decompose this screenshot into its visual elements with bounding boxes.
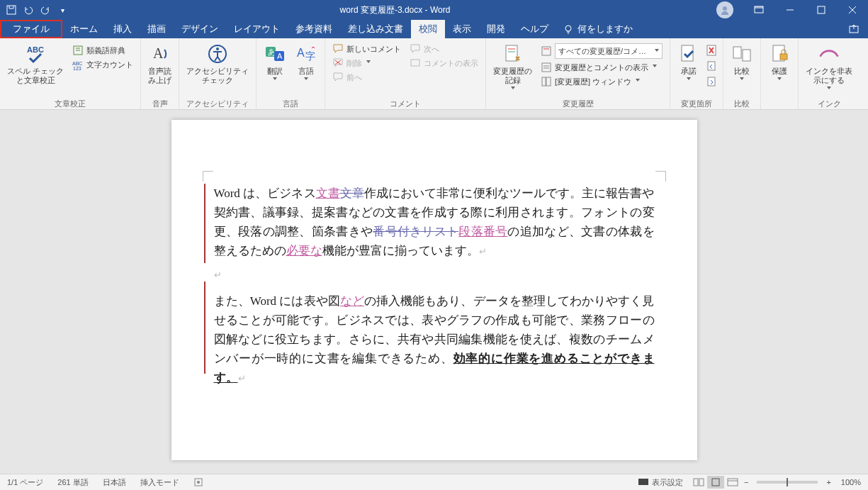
wordcount-label: 文字カウント xyxy=(86,60,133,70)
tracked-delete[interactable]: 番号付きリスト xyxy=(373,225,458,238)
group-changes: 変更箇所 xyxy=(675,98,718,109)
tab-layout[interactable]: レイアウト xyxy=(226,20,288,38)
tracked-insert[interactable]: 段落番号 xyxy=(458,225,507,238)
protect-label: 保護 xyxy=(772,67,787,76)
paragraph[interactable]: Word は、ビジネス文書文章作成において非常に便利なツールです。主に報告書や契… xyxy=(214,184,655,261)
status-display-settings[interactable]: 表示設定 xyxy=(631,477,690,488)
status-wordcount[interactable]: 261 単語 xyxy=(50,477,95,488)
ribbon-display-icon[interactable] xyxy=(743,0,774,20)
next-change-icon[interactable] xyxy=(706,75,718,88)
tab-mailings[interactable]: 差し込み文書 xyxy=(340,20,411,38)
tracked-insert[interactable]: 必要な xyxy=(286,244,322,257)
zoom-level[interactable]: 100% xyxy=(834,478,868,486)
tab-developer[interactable]: 開発 xyxy=(479,20,513,38)
crop-mark-icon xyxy=(655,171,666,182)
tab-design[interactable]: デザイン xyxy=(174,20,226,38)
dropdown-icon xyxy=(687,77,692,83)
status-macro-icon[interactable] xyxy=(186,477,210,487)
svg-point-51 xyxy=(197,481,200,484)
tracked-insert[interactable]: 文書 xyxy=(316,186,340,200)
language-button[interactable]: A字 言語 xyxy=(292,41,320,84)
comment-delete-icon xyxy=(332,57,344,69)
undo-icon[interactable] xyxy=(23,4,34,16)
tab-file[interactable]: ファイル xyxy=(0,20,62,38)
close-button[interactable] xyxy=(837,0,868,20)
tab-draw[interactable]: 描画 xyxy=(140,20,174,38)
group-accessibility: アクセシビリティ xyxy=(184,98,252,109)
delete-comment-button[interactable]: 削除 xyxy=(329,57,404,69)
group-language: 言語 xyxy=(261,98,320,109)
show-comments-label: コメントの表示 xyxy=(424,58,478,69)
display-combo-value[interactable]: すべての変更履歴/コメ… xyxy=(555,43,663,59)
svg-text:字: 字 xyxy=(305,50,315,62)
spellcheck-button[interactable]: ABC スペル チェック と文章校正 xyxy=(4,41,67,87)
translate-button[interactable]: あA 翻訳 xyxy=(261,41,289,84)
zoom-slider[interactable] xyxy=(757,481,818,484)
dropdown-icon xyxy=(777,77,783,83)
track-changes-button[interactable]: 変更履歴の 記録 xyxy=(490,41,535,94)
paragraph[interactable]: また、Word には表や図などの挿入機能もあり、データを整理してわかりやすく見せ… xyxy=(214,291,655,388)
display-for-review-combo[interactable]: すべての変更履歴/コメ… xyxy=(538,43,665,60)
reject-icon[interactable] xyxy=(706,44,718,57)
tracked-delete[interactable]: 文章 xyxy=(340,186,364,200)
svg-rect-53 xyxy=(694,479,698,486)
group-comments: コメント xyxy=(329,98,481,109)
readaloud-button[interactable]: A 音声読 み上げ xyxy=(145,41,174,87)
zoom-in-button[interactable]: + xyxy=(823,478,833,486)
show-markup-button[interactable]: 変更履歴とコメントの表示 xyxy=(538,61,665,74)
show-comments-button[interactable]: コメントの表示 xyxy=(407,57,481,69)
new-comment-button[interactable]: 新しいコメント xyxy=(329,43,404,55)
thesaurus-button[interactable]: 類義語辞典 xyxy=(69,44,136,57)
tell-me-search[interactable]: 何をしますか xyxy=(563,20,633,38)
tab-home[interactable]: ホーム xyxy=(62,20,106,38)
svg-rect-52 xyxy=(638,479,648,485)
tab-review[interactable]: 校閲 xyxy=(411,20,445,38)
svg-rect-35 xyxy=(542,63,551,72)
share-button[interactable] xyxy=(840,20,868,38)
dropdown-icon xyxy=(366,60,372,66)
minimize-button[interactable] xyxy=(774,0,806,20)
tab-view[interactable]: 表示 xyxy=(445,20,479,38)
group-ink: インク xyxy=(803,98,855,109)
accessibility-check-button[interactable]: アクセシビリティ チェック xyxy=(184,41,252,87)
view-print-layout[interactable] xyxy=(707,476,724,489)
hide-ink-button[interactable]: インクを非表 示にする xyxy=(803,41,855,94)
tab-help[interactable]: ヘルプ xyxy=(513,20,556,38)
tab-insert[interactable]: 挿入 xyxy=(106,20,140,38)
tab-references[interactable]: 参考資料 xyxy=(288,20,340,38)
tracked-insert[interactable]: など xyxy=(340,294,364,308)
prev-change-icon[interactable] xyxy=(706,60,718,72)
redo-icon[interactable] xyxy=(40,4,51,16)
svg-text:ABC: ABC xyxy=(27,45,44,54)
account-avatar[interactable] xyxy=(716,1,733,18)
prev-comment-button[interactable]: 前へ xyxy=(329,71,404,84)
status-insert-mode[interactable]: 挿入モード xyxy=(133,477,186,488)
document-canvas[interactable]: Word は、ビジネス文書文章作成において非常に便利なツールです。主に報告書や契… xyxy=(0,110,868,474)
thesaurus-label: 類義語辞典 xyxy=(86,45,125,56)
view-web-layout[interactable] xyxy=(724,476,741,489)
zoom-out-button[interactable]: − xyxy=(741,478,751,486)
svg-rect-5 xyxy=(818,6,825,13)
track-changes-label: 変更履歴の 記録 xyxy=(493,67,532,85)
svg-rect-30 xyxy=(506,45,517,61)
svg-text:ABC: ABC xyxy=(72,61,82,66)
change-bar[interactable] xyxy=(204,184,205,263)
svg-point-20 xyxy=(216,48,219,50)
readaloud-label: 音声読 み上げ xyxy=(148,67,171,85)
status-language[interactable]: 日本語 xyxy=(96,477,133,488)
compare-button[interactable]: 比較 xyxy=(728,41,756,84)
svg-text:A: A xyxy=(153,45,164,61)
reviewing-pane-button[interactable]: [変更履歴] ウィンドウ xyxy=(538,75,665,88)
next-comment-button[interactable]: 次へ xyxy=(407,43,481,55)
accept-button[interactable]: 承諾 xyxy=(675,41,703,84)
wordcount-button[interactable]: ABC123文字カウント xyxy=(69,58,136,71)
view-read-mode[interactable] xyxy=(690,476,707,489)
maximize-button[interactable] xyxy=(806,0,837,20)
ink-icon xyxy=(818,43,840,65)
change-bar[interactable] xyxy=(204,282,205,374)
autosave-icon[interactable] xyxy=(6,4,17,16)
qat-custom-icon[interactable]: ▾ xyxy=(57,4,68,16)
protect-button[interactable]: 保護 xyxy=(765,41,794,84)
status-page[interactable]: 1/1 ページ xyxy=(0,477,50,488)
page[interactable]: Word は、ビジネス文書文章作成において非常に便利なツールです。主に報告書や契… xyxy=(171,120,697,460)
